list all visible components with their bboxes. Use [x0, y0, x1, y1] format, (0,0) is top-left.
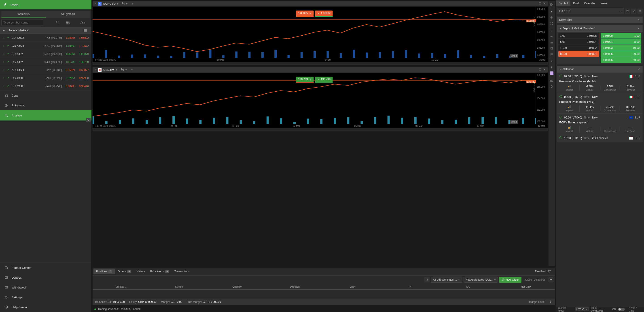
column-header[interactable]: Direction [266, 285, 324, 288]
calendar-header[interactable]: Calendar [557, 66, 643, 73]
star-button[interactable] [625, 9, 630, 14]
nav-analyze[interactable]: Analyze [0, 110, 92, 120]
dom-ask-row[interactable]: 1.059015.00 [600, 39, 642, 45]
new-order-button[interactable]: New Order [499, 277, 522, 283]
drag-handle-icon[interactable]: ⋮⋮ [3, 53, 5, 55]
chevron-up-icon[interactable] [638, 68, 640, 71]
calendar-event[interactable]: 10:00 (UTC+0) Time: in 20 minutes EUR [557, 134, 643, 142]
calendar-event[interactable]: 09:00 (UTC+0) Time: Now ★ EUR ECB's Pane… [557, 114, 643, 134]
gear-icon[interactable] [549, 300, 552, 303]
detach-icon[interactable] [539, 68, 541, 71]
tab-watchlists[interactable]: Watchlists [1, 11, 46, 18]
timeframe[interactable]: h1 [122, 2, 125, 5]
grid-layout-icon[interactable] [549, 2, 554, 7]
dots-icon[interactable] [549, 21, 554, 26]
column-header[interactable]: S/L [439, 285, 497, 288]
dom-bid-row[interactable]: 5.001.05894 [558, 39, 599, 45]
new-order-header[interactable]: New Order [557, 17, 643, 23]
drag-handle-icon[interactable]: ⋮⋮ [3, 85, 5, 87]
chevron-down-icon[interactable]: ▾ [126, 68, 127, 71]
drag-handle-icon[interactable]: ⋮⋮ [3, 69, 5, 71]
tab-history[interactable]: History [134, 268, 148, 274]
symbol-row[interactable]: ⋮⋮ AUDUSD -2.2 (-0.03%) 0.65871 0.65877 [0, 66, 92, 74]
chart-body[interactable]: 1.05895↘ ↘1.05902 1.05895 19:53 100.0 pi… [92, 7, 548, 58]
column-header[interactable]: Symbol [150, 285, 208, 288]
timeframe[interactable]: h1 [121, 68, 124, 71]
nav-automate[interactable]: Automate [0, 100, 92, 110]
dom-bid-row[interactable]: 80.001.05891 [558, 51, 599, 57]
close-dropdown[interactable] [548, 277, 554, 282]
color-picker[interactable] [549, 71, 554, 76]
bell-button[interactable] [637, 9, 643, 14]
feedback-button[interactable]: Feedback [532, 268, 554, 274]
chart-canvas[interactable]: 136.789↗ ↗136.798 136.789 19:53 500.0 pi… [92, 73, 536, 124]
chart-symbol[interactable]: USDJPY [103, 68, 115, 71]
bell-icon[interactable] [549, 84, 554, 89]
column-header[interactable]: Net GBP [497, 285, 555, 288]
list-icon[interactable] [84, 29, 87, 32]
calendar-event[interactable]: 09:00 (UTC+0) Time: Now EUR Producer Pri… [557, 73, 643, 93]
buy-price-box[interactable]: ↗136.798 [315, 77, 333, 83]
nav-partner[interactable]: Partner Center [0, 263, 92, 273]
tab-positions[interactable]: Positions 0 [94, 268, 115, 274]
column-header[interactable]: Entry [324, 285, 382, 288]
drag-handle-icon[interactable]: ⋮⋮ [3, 45, 5, 47]
fib-icon[interactable]: F [549, 52, 554, 57]
nav-copy[interactable]: Copy [0, 90, 92, 100]
rtab-calendar[interactable]: Calendar [582, 1, 598, 6]
nav-help[interactable]: ? Help Center [0, 302, 92, 312]
horizontal-scrollbar[interactable] [94, 62, 547, 64]
sell-price-box[interactable]: 1.05895↘ [296, 11, 314, 17]
symbol-row[interactable]: ⋮⋮ EURCHF -24.6 (-0.25%) 0.98435 0.98446 [0, 82, 92, 90]
marker-icon[interactable] [549, 59, 554, 64]
drag-handle-icon[interactable]: ⋮⋮ [3, 37, 5, 39]
drag-handle-icon[interactable]: ⋮⋮ [3, 77, 5, 79]
text-icon[interactable]: T [549, 65, 554, 70]
symbol-row[interactable]: ⋮⋮ EURUSD +7.6 (+0.07%) 1.05895 1.05902 [0, 34, 92, 42]
symbol-row[interactable]: ⋮⋮ GBPUSD +42.8 (+0.36%) 1.19660 1.19672 [0, 42, 92, 50]
crosshair-icon[interactable] [549, 15, 554, 20]
drag-handle-icon[interactable]: ⋮⋮ [3, 61, 5, 63]
tab-orders[interactable]: Orders 0 [115, 268, 134, 274]
camera-icon[interactable] [549, 78, 554, 83]
chevron-down-icon[interactable] [638, 18, 640, 22]
tab-price-alerts[interactable]: Price Alerts 0 [148, 268, 172, 274]
chart-body[interactable]: 136.789↗ ↗136.798 136.789 19:53 500.0 pi… [92, 73, 548, 124]
shapes-icon[interactable] [549, 46, 554, 51]
chart-symbol[interactable]: EURUSD [103, 2, 116, 5]
column-header[interactable]: Quantity [208, 285, 266, 288]
symbol-row[interactable]: ⋮⋮ EURJPY +78.4 (+0.54%) 144.861 144.870 [0, 50, 92, 58]
close-icon[interactable] [543, 2, 546, 5]
symbol-select[interactable]: EURUSD [557, 8, 624, 14]
symbol-row[interactable]: ⋮⋮ USDJPY +64.4 (+0.47%) 136.789 136.798 [0, 58, 92, 66]
rtab-symbol[interactable]: Symbol [556, 1, 570, 6]
trend-line-icon[interactable] [549, 28, 554, 34]
dom-header[interactable]: Depth of Market (Standard) [557, 25, 643, 32]
chevron-right-icon[interactable] [94, 69, 96, 71]
tab-all-symbols[interactable]: All Symbols [46, 11, 90, 18]
dom-ask-row[interactable]: 1.059001.00 [600, 33, 642, 39]
aggregation-dropdown[interactable]: Not Aggregated (Def… [464, 277, 498, 283]
calendar-event[interactable]: 09:00 (UTC+0) Time: Now EUR Producer Pri… [557, 93, 643, 114]
column-header[interactable]: Created … [92, 285, 150, 288]
symbol-row[interactable]: ⋮⋮ USDCHF -29.6 (-0.32%) 0.92951 0.92958 [0, 74, 92, 82]
toggle-switch[interactable] [618, 308, 625, 311]
dom-bid-row[interactable]: 10.001.05892 [558, 45, 599, 51]
rtab-dom[interactable]: DoM [570, 1, 582, 6]
directions-dropdown[interactable]: All Directions (Def… [431, 277, 462, 283]
horizontal-scrollbar[interactable] [94, 128, 547, 130]
equidistant-icon[interactable] [549, 40, 554, 45]
dom-ask-row[interactable]: 1.0590650.00 [600, 57, 642, 63]
rtab-news[interactable]: News [598, 1, 610, 6]
nav-settings[interactable]: Settings [0, 292, 92, 302]
dom-ask-row[interactable]: 1.0590310.00 [600, 45, 642, 51]
horizontal-line-icon[interactable] [549, 34, 554, 39]
close-icon[interactable] [543, 68, 546, 71]
tab-transactions[interactable]: Transactions [172, 268, 192, 274]
popular-markets-header[interactable]: Popular Markets [0, 27, 92, 34]
chevron-down-icon[interactable]: ▾ [116, 68, 118, 71]
cursor-icon[interactable] [549, 9, 554, 15]
dom-ask-row[interactable]: 1.0590530.00 [600, 51, 642, 57]
chevron-up-icon[interactable] [638, 27, 640, 30]
chart-canvas[interactable]: 1.05895↘ ↘1.05902 1.05895 19:53 100.0 pi… [92, 7, 536, 58]
